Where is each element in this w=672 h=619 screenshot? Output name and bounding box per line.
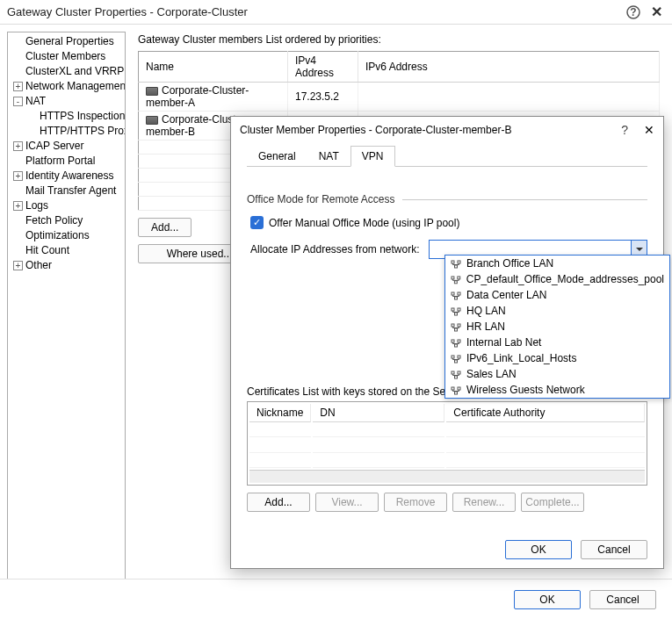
cert-add-button[interactable]: Add... [247, 493, 310, 512]
tree-item[interactable]: HTTPS Inspection [11, 109, 125, 124]
network-icon [451, 275, 461, 284]
svg-rect-28 [455, 392, 458, 394]
tree-item[interactable]: Cluster Members [11, 49, 125, 64]
collapse-icon[interactable]: - [13, 97, 23, 106]
cert-remove-button[interactable]: Remove [384, 493, 447, 512]
cert-col-ca[interactable]: Certificate Authority [446, 404, 645, 422]
cert-renew-button[interactable]: Renew... [452, 493, 516, 512]
window-titlebar: Gateway Cluster Properties - Corporate-C… [0, 0, 672, 25]
svg-rect-7 [454, 281, 457, 284]
tree-item-label: Fetch Policy [25, 214, 83, 227]
svg-rect-25 [455, 376, 458, 378]
tree-item[interactable]: +Identity Awareness [11, 169, 125, 184]
svg-rect-17 [452, 340, 454, 342]
table-row[interactable]: Corporate-Cluster-member-A17.23.5.2 [139, 83, 660, 112]
network-icon [451, 338, 461, 347]
tree-item[interactable]: -NAT [11, 94, 125, 109]
svg-rect-13 [455, 313, 458, 315]
close-icon[interactable]: ✕ [647, 4, 665, 21]
tab-nat[interactable]: NAT [307, 146, 350, 167]
add-member-button[interactable]: Add... [138, 218, 191, 237]
dialog-help-icon[interactable]: ? [621, 123, 628, 137]
tab-vpn[interactable]: VPN [350, 146, 395, 167]
col-ipv4[interactable]: IPv4 Address [288, 52, 358, 83]
tree-item[interactable]: +ICAP Server [11, 139, 125, 154]
svg-rect-2 [452, 261, 454, 263]
svg-rect-21 [458, 356, 460, 358]
svg-rect-19 [455, 344, 458, 347]
tree-item[interactable]: +Logs [11, 198, 125, 213]
tree-item-label: Mail Transfer Agent [25, 184, 116, 197]
cert-col-nickname[interactable]: Nickname [249, 404, 311, 422]
tree-item[interactable]: Fetch Policy [11, 213, 125, 228]
tree-item[interactable]: +Other [11, 258, 125, 273]
dropdown-option[interactable]: Sales LAN [445, 366, 669, 382]
gateway-icon [146, 87, 158, 96]
dropdown-option-label: CP_default_Office_Mode_addresses_pool [466, 273, 664, 285]
tab-general[interactable]: General [247, 146, 307, 167]
expand-icon[interactable]: + [13, 82, 23, 91]
member-name: Corporate-Cluster-member-A [146, 84, 249, 109]
tree-item[interactable]: HTTP/HTTPS Proxy [11, 124, 125, 139]
tree-item-label: HTTP/HTTPS Proxy [40, 125, 126, 137]
dialog-ok-button[interactable]: OK [505, 540, 572, 559]
dropdown-option[interactable]: Internal Lab Net [445, 335, 669, 350]
tree-item-label: Hit Count [25, 244, 69, 256]
svg-rect-6 [458, 277, 460, 279]
expand-icon[interactable]: + [13, 201, 23, 211]
svg-rect-8 [452, 292, 454, 295]
tree-item-label: ICAP Server [25, 140, 83, 152]
tree-item[interactable]: +Network Management [11, 79, 125, 94]
network-icon [451, 385, 461, 394]
gateway-icon [146, 116, 158, 125]
dropdown-option[interactable]: HR LAN [445, 319, 669, 335]
tree-item[interactable]: ClusterXL and VRRP [11, 64, 125, 79]
certs-table[interactable]: Nickname DN Certificate Authority [247, 401, 647, 486]
tree-item-label: Other [25, 259, 52, 271]
dropdown-option[interactable]: Branch Office LAN [445, 256, 669, 271]
window-footer: OK Cancel [0, 579, 672, 619]
tree-item-label: Optimizations [25, 229, 90, 241]
network-icon [451, 291, 461, 299]
tree-item-label: Logs [25, 199, 48, 212]
dropdown-option-label: Data Center LAN [466, 289, 546, 301]
cert-view-button[interactable]: View... [315, 493, 379, 512]
dialog-tabs: General NAT VPN [247, 145, 647, 167]
dropdown-option-label: Internal Lab Net [466, 336, 541, 349]
tree-item[interactable]: Hit Count [11, 243, 125, 258]
dropdown-option[interactable]: Wireless Guests Network [445, 382, 669, 398]
svg-rect-14 [452, 324, 454, 327]
dialog-cancel-button[interactable]: Cancel [581, 540, 647, 559]
expand-icon[interactable]: + [13, 141, 23, 151]
dropdown-option[interactable]: Data Center LAN [445, 287, 669, 303]
tree-item[interactable]: General Properties [11, 34, 125, 49]
ok-button[interactable]: OK [514, 590, 581, 609]
svg-rect-11 [452, 308, 454, 311]
expand-icon[interactable]: + [13, 171, 23, 181]
help-icon[interactable]: ? [625, 4, 642, 21]
col-name[interactable]: Name [139, 52, 288, 83]
cert-col-dn[interactable]: DN [313, 404, 444, 422]
tree-item[interactable]: Mail Transfer Agent [11, 184, 125, 198]
cancel-button[interactable]: Cancel [589, 590, 656, 609]
members-heading: Gateway Cluster members List ordered by … [138, 33, 660, 46]
tree-item[interactable]: Platform Portal [11, 154, 125, 169]
network-icon [451, 322, 461, 331]
tree-item[interactable]: Optimizations [11, 228, 125, 243]
svg-rect-26 [452, 387, 454, 390]
col-ipv6[interactable]: IPv6 Address [358, 52, 660, 83]
cert-complete-button[interactable]: Complete... [521, 493, 584, 512]
dropdown-option[interactable]: CP_default_Office_Mode_addresses_pool [445, 271, 669, 287]
cert-scrollbar[interactable] [249, 470, 645, 483]
nav-tree-panel: General PropertiesCluster MembersCluster… [7, 32, 126, 582]
expand-icon[interactable]: + [13, 261, 23, 270]
offer-office-mode-checkbox[interactable]: ✓ [250, 216, 264, 229]
dropdown-option[interactable]: HQ LAN [445, 303, 669, 319]
svg-rect-22 [455, 360, 458, 363]
dialog-close-icon[interactable]: ✕ [644, 123, 654, 137]
allocate-network-dropdown[interactable]: Branch Office LANCP_default_Office_Mode_… [444, 255, 670, 399]
office-mode-group-header: Office Mode for Remote Access [247, 193, 647, 205]
member-ipv6 [358, 83, 660, 112]
dropdown-option[interactable]: IPv6_Link_Local_Hosts [445, 350, 669, 366]
svg-rect-10 [455, 297, 458, 299]
